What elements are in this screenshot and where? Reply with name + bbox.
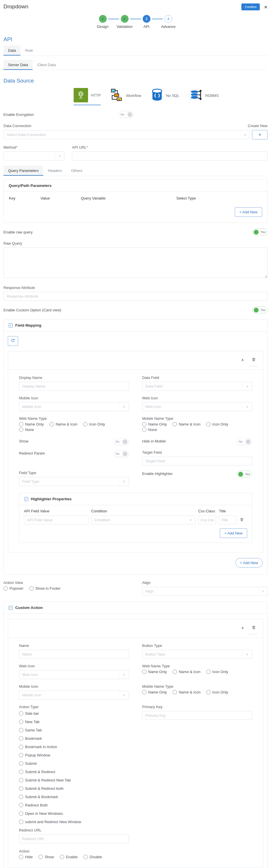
redirect-url-input[interactable] <box>19 834 129 843</box>
display-name-input[interactable] <box>19 382 129 391</box>
enable-raw-query-toggle[interactable]: Yes <box>252 228 268 236</box>
refresh-button[interactable] <box>8 336 18 346</box>
title-input[interactable] <box>219 516 237 524</box>
api-url-label: API URL* <box>72 145 268 150</box>
custom-action-checkbox[interactable]: ✓ <box>9 606 13 610</box>
step-validation[interactable]: ✓ Validation <box>115 15 134 29</box>
mobile-icon-select[interactable]: Mobile Icon ∨ <box>19 402 129 411</box>
data-connection-select[interactable]: Select Data Connection ∨ <box>3 130 250 139</box>
radio-bookmark[interactable]: Bookmark <box>19 736 129 741</box>
response-attribute-input[interactable] <box>3 292 268 301</box>
radio-ca-web-name-icon[interactable]: Name & Icon <box>173 670 200 674</box>
radio-submit-redirect[interactable]: Submit & Redirect <box>19 770 129 774</box>
target-field-input[interactable] <box>142 457 252 465</box>
step-design[interactable]: ✓ Design <box>93 15 113 29</box>
radio-enable[interactable]: Enable <box>60 855 78 859</box>
tab-headers[interactable]: Headers <box>43 165 66 176</box>
radio-show-in-footer[interactable]: Show in Footer <box>29 586 60 591</box>
tab-rule[interactable]: Rule <box>21 45 37 56</box>
field-mapping-add-new-button[interactable]: + Add New <box>235 558 263 567</box>
radio-mobile-name-icon[interactable]: Name & Icon <box>173 422 200 426</box>
radio-mobile-icon-only[interactable]: Icon Only <box>206 422 228 426</box>
radio-ca-mobile-icon-only[interactable]: Icon Only <box>206 690 228 694</box>
highlighter-properties-checkbox[interactable]: ✓ <box>24 497 28 501</box>
radio-mobile-none[interactable]: None <box>142 428 157 432</box>
radio-web-none[interactable]: None <box>19 428 34 432</box>
trash-icon[interactable] <box>251 357 256 363</box>
tab-others[interactable]: Others <box>66 165 87 176</box>
radio-redirect-both[interactable]: Redirect Both <box>19 803 129 807</box>
tab-data[interactable]: Data <box>3 45 21 56</box>
radio-submit[interactable]: Submit <box>19 761 129 766</box>
radio-mobile-name-only[interactable]: Name Only <box>142 422 167 426</box>
radio-bookmark-in-action[interactable]: Bookmark in Action <box>19 745 129 749</box>
trash-icon[interactable] <box>240 517 247 523</box>
ca-mobile-icon-select[interactable]: Mobile Icon ∨ <box>19 691 129 700</box>
radio-popup-window[interactable]: Popup Window <box>19 753 129 757</box>
data-field-select[interactable]: Data Field ∨ <box>142 382 252 391</box>
ca-web-icon-select[interactable]: Web Icon ∨ <box>19 670 129 679</box>
hide-in-mobile-toggle[interactable]: No <box>237 438 252 445</box>
radio-ca-mobile-name-only[interactable]: Name Only <box>142 690 167 694</box>
radio-ca-mobile-name-icon[interactable]: Name & Icon <box>173 690 200 694</box>
button-type-select[interactable]: Button Type ∨ <box>142 650 252 659</box>
create-new-connection-button[interactable]: + <box>252 130 268 140</box>
radio-same-tab[interactable]: Same Tab <box>19 728 129 732</box>
step-advance[interactable]: 4 Advance <box>158 15 178 29</box>
field-type-select[interactable]: Field Type ∨ <box>19 477 129 486</box>
align-select[interactable]: Align ∨ <box>142 587 268 596</box>
radio-web-name-only[interactable]: Name Only <box>19 422 44 426</box>
radio-ca-web-name-only[interactable]: Name Only <box>142 670 167 674</box>
query-params-add-new-button[interactable]: + Add New <box>235 207 262 217</box>
datasource-workflow[interactable]: Workflow <box>111 88 141 105</box>
method-select[interactable]: ∨ <box>3 152 64 160</box>
api-field-value-input[interactable] <box>24 516 88 524</box>
tab-server-data[interactable]: Server Data <box>3 60 32 70</box>
enable-custom-option-toggle[interactable]: Yes <box>252 307 268 313</box>
close-icon[interactable]: ✕ <box>264 5 268 9</box>
confirm-button[interactable]: Confirm <box>241 3 260 10</box>
radio-ca-web-icon-only[interactable]: Icon Only <box>206 670 228 674</box>
radio-web-name-icon[interactable]: Name & Icon <box>50 422 77 426</box>
radio-submit-redirect-new-window[interactable]: submit and Redirect New Window <box>19 820 129 824</box>
radio-open-in-new-windows[interactable]: Open in New Windows <box>19 811 129 816</box>
nosql-database-icon: { } <box>151 88 163 103</box>
css-class-input[interactable] <box>198 516 216 524</box>
collapse-icon[interactable]: ∧ <box>241 358 244 362</box>
datasource-rdbms[interactable]: RDBMS <box>189 88 219 105</box>
radio-disable[interactable]: Disable <box>84 855 102 859</box>
query-path-parameters-panel: Query/Path Parameters Key Value Query Va… <box>3 179 268 223</box>
redirect-param-toggle[interactable]: No <box>114 450 129 457</box>
primary-key-input[interactable] <box>142 711 252 720</box>
tab-client-data[interactable]: Client Data <box>32 60 60 70</box>
condition-select[interactable]: Condition ∨ <box>91 516 195 524</box>
raw-query-textarea[interactable] <box>3 248 268 278</box>
name-input[interactable] <box>19 650 129 659</box>
enable-highlighter-toggle[interactable]: Yes <box>237 471 252 477</box>
radio-hide[interactable]: Hide <box>19 855 33 859</box>
radio-side-bar[interactable]: Side bar <box>19 711 129 716</box>
radio-web-icon-only[interactable]: Icon Only <box>83 422 105 426</box>
datasource-http[interactable]: HTTP <box>73 88 101 105</box>
radio-show[interactable]: Show <box>38 855 54 859</box>
datasource-nosql[interactable]: { } No SQL <box>151 88 179 105</box>
api-url-input[interactable] <box>72 152 268 160</box>
collapse-icon[interactable]: ∧ <box>241 626 244 630</box>
radio-popover[interactable]: Popover <box>3 586 23 591</box>
name-field: Name <box>19 644 129 659</box>
highlighter-add-new-button[interactable]: + Add New <box>220 528 247 538</box>
radio-submit-redirect-new-tab[interactable]: Submit & Redirect New Tab <box>19 778 129 782</box>
show-toggle[interactable]: No <box>114 438 129 445</box>
web-icon-select[interactable]: Web Icon ∨ <box>142 402 252 411</box>
field-mapping-checkbox[interactable]: ✓ <box>9 323 13 328</box>
radio-submit-bookmark[interactable]: Submit & Bookmark <box>19 795 129 799</box>
step-api[interactable]: 3 API <box>137 15 156 29</box>
enable-encryption-toggle[interactable]: No <box>119 111 134 118</box>
field-mapping-panel: ✓ Field Mapping ∧ Display Name <box>3 319 268 575</box>
main-tabs: Data Rule <box>3 45 268 56</box>
radio-submit-redirect-both[interactable]: Submit & Redirect both <box>19 786 129 790</box>
response-attribute-label: Response Attribute <box>3 285 268 290</box>
tab-query-parameters[interactable]: Query Parameters <box>3 165 43 176</box>
trash-icon[interactable] <box>251 625 256 631</box>
radio-new-tab[interactable]: New Tab <box>19 720 129 724</box>
